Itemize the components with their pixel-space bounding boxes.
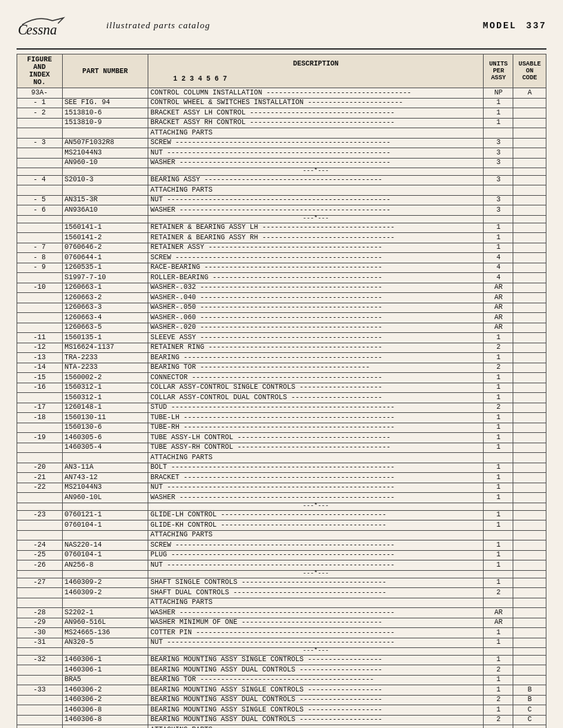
cell-description: TUBE ASSY-LH CONTROL -------------------… [148, 433, 484, 443]
cell-description: NUT ------------------------------------… [148, 148, 484, 159]
cell-usable: B [513, 685, 546, 696]
cell-description: TUBE-LH --------------------------------… [148, 413, 484, 423]
cell-units: 3 [484, 205, 513, 216]
cell-units: 1 [484, 413, 513, 423]
cell-part: 1260148-1 [62, 403, 148, 413]
table-row: -161560312-1COLLAR ASSY-CONTROL SINGLE C… [17, 383, 546, 393]
cell-usable [513, 648, 546, 656]
table-row: - 5AN315-3RNUT -------------------------… [17, 195, 546, 205]
cell-usable [513, 588, 546, 598]
cell-description: WASHER ---------------------------------… [148, 158, 484, 168]
table-row: -26AN256-8NUT --------------------------… [17, 560, 546, 571]
cell-units: 3 [484, 138, 513, 148]
cell-description: ---*--- [148, 570, 484, 578]
cell-usable [513, 618, 546, 628]
cell-part: AN960-10 [62, 158, 148, 168]
cell-figure: -19 [17, 433, 63, 443]
cell-part: 1560141-1 [62, 223, 148, 233]
cell-units: 1 [484, 433, 513, 443]
cell-figure [17, 493, 63, 503]
logo-area: essna C illustrated parts catalog [17, 12, 210, 39]
cell-part: 1260535-1 [62, 263, 148, 273]
cell-figure [17, 715, 63, 725]
cell-usable [513, 560, 546, 571]
cell-part: 0760104-1 [62, 550, 148, 560]
table-row: -171260148-1STUD -----------------------… [17, 403, 546, 413]
cell-usable [513, 168, 546, 176]
svg-text:C: C [18, 22, 28, 37]
cell-units: 2 [484, 343, 513, 353]
cell-units: AR [484, 303, 513, 313]
cell-usable [513, 423, 546, 433]
table-row: ---*--- [17, 168, 546, 176]
table-row: 1560141-2RETAINER & BEARING ASSY RH ----… [17, 233, 546, 243]
cell-part: S2202-1 [62, 608, 148, 618]
cell-description: NUT ------------------------------------… [148, 638, 484, 648]
cell-usable [513, 675, 546, 685]
cell-figure [17, 293, 63, 303]
cell-units: AR [484, 283, 513, 293]
cell-part: 0760644-1 [62, 253, 148, 263]
table-row: 1460306-8BEARING MOUNTING ASSY DUAL CONT… [17, 715, 546, 725]
cell-units: 1 [484, 560, 513, 571]
cell-part: 1260663-4 [62, 313, 148, 323]
table-row: 1260663-3 WASHER-.050 ------------------… [17, 303, 546, 313]
cell-part: 1560312-1 [62, 393, 148, 403]
cell-description: ---*--- [148, 168, 484, 176]
cell-units: 1 [484, 383, 513, 393]
cell-description: COTTER PIN -----------------------------… [148, 628, 484, 638]
cell-usable [513, 453, 546, 463]
table-header-row: FIGURE AND INDEX NO. PART NUMBER DESCRIP… [17, 54, 546, 72]
cell-usable [513, 443, 546, 453]
cell-description: ROLLER-BEARING -------------------------… [148, 273, 484, 283]
cell-part: 1460309-2 [62, 588, 148, 598]
cell-usable: C [513, 715, 546, 725]
cell-usable [513, 195, 546, 205]
cell-description: TUBE ASSY-RH CONTROL -------------------… [148, 443, 484, 453]
cell-part: 1560130-6 [62, 423, 148, 433]
table-row: -22MS21044N3NUT ------------------------… [17, 483, 546, 493]
cell-figure [17, 453, 63, 463]
cell-usable [513, 253, 546, 263]
cell-description: COLLAR ASSY-CONTROL SINGLE CONTROLS ----… [148, 383, 484, 393]
cell-figure [17, 598, 63, 608]
cell-usable [513, 570, 546, 578]
cell-units: 4 [484, 273, 513, 283]
cell-units [484, 725, 513, 728]
cell-figure [17, 185, 63, 196]
table-row: -13TRA-2233 BEARING --------------------… [17, 353, 546, 363]
cell-units: 1 [484, 675, 513, 685]
cell-usable [513, 655, 546, 665]
table-row: 1260663-5 WASHER-.020 ------------------… [17, 323, 546, 333]
cell-description: ---*--- [148, 648, 484, 656]
cell-figure: -21 [17, 473, 63, 483]
model-label: MODEL [483, 21, 517, 31]
cell-description: ATTACHING PARTS [148, 530, 484, 540]
cell-figure: -31 [17, 638, 63, 648]
cell-part: 0760646-2 [62, 243, 148, 253]
cell-units: 2 [484, 588, 513, 598]
figure-header-line4: NO. [19, 79, 60, 86]
cell-usable [513, 483, 546, 493]
cell-part: 1513810-9 [62, 118, 148, 128]
cell-part [62, 598, 148, 608]
cell-description: BEARING MOUNTING ASSY SINGLE CONTROLS --… [148, 685, 484, 696]
table-row: - 1SEE FIG. 94CONTROL WHEEL & SWITCHES I… [17, 98, 546, 108]
cell-usable [513, 520, 546, 531]
cell-description: RACE-BEARING ---------------------------… [148, 263, 484, 273]
cell-description: SHAFT DUAL CONTROLS --------------------… [148, 588, 484, 598]
table-row: - 91260535-1 RACE-BEARING --------------… [17, 263, 546, 273]
cell-figure: -18 [17, 413, 63, 423]
cell-figure [17, 223, 63, 233]
table-row: -181560130-11TUBE-LH -------------------… [17, 413, 546, 423]
cell-part: 1460306-1 [62, 655, 148, 665]
cell-description: RETAINER RING --------------------------… [148, 343, 484, 353]
cell-part: 1260663-5 [62, 323, 148, 333]
cell-usable [513, 128, 546, 139]
table-row: 1260663-4 WASHER-.060 ------------------… [17, 313, 546, 323]
cell-units: 2 [484, 695, 513, 705]
cell-part [62, 503, 148, 510]
cell-part: 1460306-8 [62, 715, 148, 725]
cell-units: 1 [484, 655, 513, 665]
table-row: -250760104-1PLUG -----------------------… [17, 550, 546, 560]
